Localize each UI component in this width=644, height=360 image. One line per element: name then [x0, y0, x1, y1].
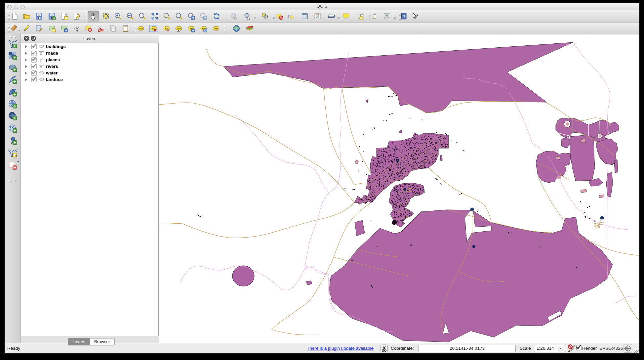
svg-text:abc: abc [177, 27, 181, 30]
svg-text:ε: ε [287, 13, 290, 19]
svg-text:?: ? [416, 14, 418, 19]
svg-text:i: i [233, 14, 234, 17]
svg-text:abc: abc [139, 27, 143, 30]
svg-text:T: T [386, 15, 388, 18]
svg-text:1:1: 1:1 [141, 14, 144, 17]
svg-text:?: ? [403, 15, 405, 19]
